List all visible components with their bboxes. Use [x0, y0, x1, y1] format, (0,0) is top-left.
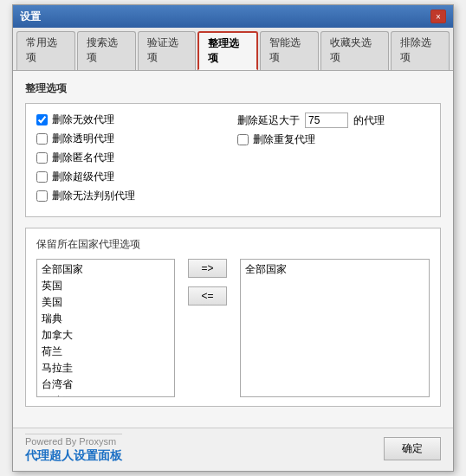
chk-unknown-row: 删除无法判别代理 [36, 189, 229, 203]
title-bar-controls: × [430, 10, 446, 23]
chk-anonymous-row: 删除匿名代理 [36, 151, 229, 165]
window-title: 设置 [20, 10, 41, 24]
tab-bar: 常用选项 搜索选项 验证选项 整理选项 智能选项 收藏夹选项 排除选项 [13, 28, 453, 71]
delay-label: 删除延迟大于 [237, 113, 300, 128]
list-item[interactable]: 加拿大 [39, 327, 172, 344]
list-item[interactable]: 全部国家 [243, 261, 427, 278]
checks-right: 删除延迟大于 的代理 删除重复代理 [229, 113, 430, 151]
chk-transparent-label: 删除透明代理 [52, 132, 114, 146]
right-listbox[interactable]: 全部国家 [240, 259, 430, 397]
delay-row: 删除延迟大于 的代理 [237, 113, 430, 128]
organize-section-title: 整理选项 [25, 81, 441, 96]
ok-button[interactable]: 确定 [384, 437, 441, 460]
tab-verify[interactable]: 验证选项 [138, 31, 197, 70]
list-item[interactable]: 全部国家 [39, 261, 172, 278]
chk-super-row: 删除超级代理 [36, 170, 229, 184]
tab-smart[interactable]: 智能选项 [260, 31, 319, 70]
checks-left: 删除无效代理 删除透明代理 删除匿名代理 删除超级代理 [36, 113, 229, 208]
chk-transparent[interactable] [36, 133, 48, 145]
content-area: 整理选项 删除无效代理 删除透明代理 删除匿名代理 [13, 71, 453, 428]
chk-duplicate[interactable] [237, 134, 249, 145]
list-item[interactable]: 美国 [39, 294, 172, 311]
chk-duplicate-row: 删除重复代理 [237, 132, 430, 147]
chk-super-label: 删除超级代理 [52, 170, 114, 184]
footer-left: Powered By Proxysm 代理超人设置面板 [25, 434, 122, 464]
title-bar: 设置 × [13, 5, 453, 28]
chk-invalid-row: 删除无效代理 [36, 113, 229, 127]
tab-favorites[interactable]: 收藏夹选项 [320, 31, 389, 70]
arrow-left-button[interactable]: <= [188, 286, 227, 306]
country-section-title: 保留所在国家代理选项 [36, 237, 430, 252]
list-item[interactable]: 瑞典 [39, 311, 172, 327]
tab-common[interactable]: 常用选项 [16, 31, 75, 70]
chk-transparent-row: 删除透明代理 [36, 132, 229, 146]
chk-invalid-label: 删除无效代理 [52, 113, 114, 127]
delay-suffix: 的代理 [353, 113, 385, 128]
tab-search[interactable]: 搜索选项 [77, 31, 136, 70]
footer: Powered By Proxysm 代理超人设置面板 确定 [13, 428, 453, 471]
organize-options-box: 删除无效代理 删除透明代理 删除匿名代理 删除超级代理 [25, 103, 441, 217]
left-listbox-container: 全部国家 英国 美国 瑞典 加拿大 荷兰 马拉圭 台湾省 巴哈马 德国 日本 法… [36, 259, 175, 397]
chk-anonymous[interactable] [36, 152, 48, 164]
arrow-right-button[interactable]: => [188, 259, 227, 278]
settings-window: 设置 × 常用选项 搜索选项 验证选项 整理选项 智能选项 收藏夹选项 排除选项… [12, 4, 454, 472]
tab-exclude[interactable]: 排除选项 [391, 31, 450, 70]
arrow-buttons: => <= [184, 259, 231, 306]
chk-unknown-label: 删除无法判别代理 [52, 189, 135, 203]
chk-super[interactable] [36, 171, 48, 183]
chk-duplicate-label: 删除重复代理 [253, 132, 315, 147]
list-item[interactable]: 荷兰 [39, 344, 172, 360]
close-button[interactable]: × [430, 10, 446, 23]
country-row: 全部国家 英国 美国 瑞典 加拿大 荷兰 马拉圭 台湾省 巴哈马 德国 日本 法… [36, 259, 430, 397]
country-section: 保留所在国家代理选项 全部国家 英国 美国 瑞典 加拿大 荷兰 马拉圭 台湾省 … [25, 228, 441, 407]
proxy-label: 代理超人设置面板 [25, 448, 122, 464]
chk-anonymous-label: 删除匿名代理 [52, 151, 114, 165]
organize-options-row: 删除无效代理 删除透明代理 删除匿名代理 删除超级代理 [36, 113, 430, 208]
delay-input[interactable] [305, 113, 348, 128]
left-listbox[interactable]: 全部国家 英国 美国 瑞典 加拿大 荷兰 马拉圭 台湾省 巴哈马 德国 日本 法… [36, 259, 175, 397]
powered-by-text: Powered By Proxysm [25, 434, 122, 447]
list-item[interactable]: 巴哈马 [39, 393, 172, 397]
list-item[interactable]: 台湾省 [39, 376, 172, 393]
list-item[interactable]: 英国 [39, 278, 172, 294]
list-item[interactable]: 马拉圭 [39, 360, 172, 376]
tab-organize[interactable]: 整理选项 [197, 31, 258, 70]
chk-unknown[interactable] [36, 190, 48, 202]
chk-invalid[interactable] [36, 114, 48, 125]
